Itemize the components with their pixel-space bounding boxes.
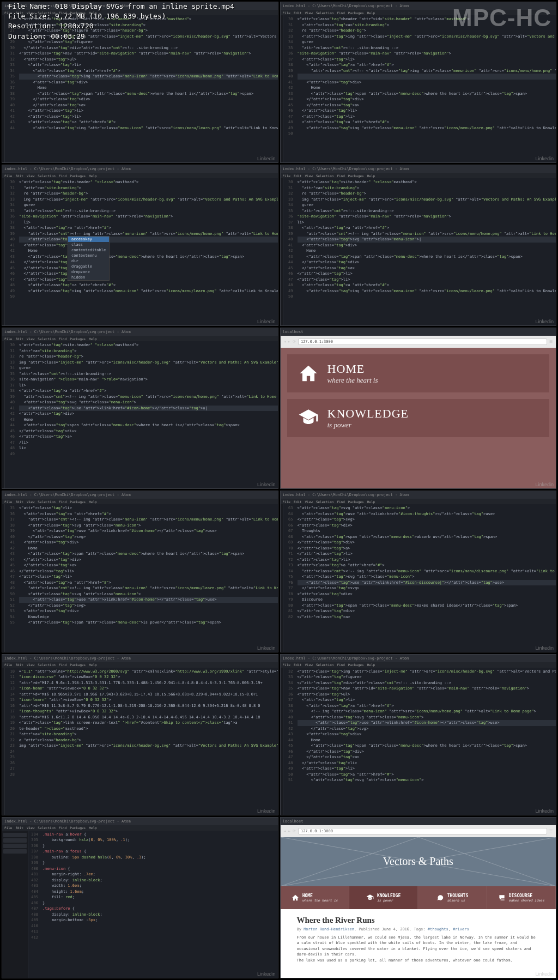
- code-editor[interactable]: 6364656667686970717273747576777879808182…: [283, 504, 556, 651]
- linkedin-watermark: Linkedin: [535, 645, 554, 651]
- code-editor[interactable]: 3233343536373839404142434445464748495051…: [283, 668, 556, 815]
- back-icon: ◄: [284, 829, 286, 833]
- menu-icon: ☰: [549, 829, 553, 833]
- thumb-12-browser: localhost◄►⟳127.0.0.1:3000☰ Vectors & Pa…: [280, 817, 557, 978]
- thumb-9: index.html - C:\Users\MonChi\Dropbox\svg…: [2, 654, 278, 815]
- autocomplete-popup[interactable]: accesskeyclasscontenteditablecontextmenu…: [68, 236, 110, 281]
- browser-titlebar: localhost: [281, 818, 556, 825]
- menubar[interactable]: FileEditViewSelectionFindPackagesHelp: [2, 336, 278, 341]
- reload-icon: ⟳: [293, 340, 296, 344]
- browser-toolbar[interactable]: ◄►⟳127.0.0.1:3000☰: [281, 825, 556, 837]
- code-editor[interactable]: 3943953963973983994004014024034044054064…: [28, 831, 278, 978]
- nav-item-thoughts[interactable]: THOUGHTSabsorb us: [418, 886, 487, 909]
- menubar[interactable]: FileEditViewSelectionFindPackagesHelp: [281, 499, 556, 504]
- tag-link[interactable]: #thoughts: [428, 927, 448, 931]
- linkedin-watermark: Linkedin: [535, 319, 554, 324]
- menubar[interactable]: FileEditViewSelectionFindPackagesHelp: [2, 499, 278, 504]
- linkedin-watermark: Linkedin: [257, 156, 276, 161]
- linkedin-watermark: Linkedin: [535, 482, 554, 487]
- article: Where the River Runs By Morten Rand-Hend…: [281, 909, 556, 970]
- forward-icon: ►: [288, 340, 290, 344]
- linkedin-watermark: Linkedin: [257, 808, 276, 814]
- thumb-7: index.html - C:\Users\MonChi\Dropbox\svg…: [2, 491, 278, 652]
- window-titlebar: index.html - C:\Users\MonChi\Dropbox\svg…: [2, 818, 278, 825]
- nav-item-home[interactable]: HOMEwhere the heart is: [281, 886, 349, 909]
- address-bar[interactable]: 127.0.0.1:3000: [298, 338, 547, 345]
- menubar[interactable]: FileEditViewSelectionFindPackagesHelp: [2, 173, 278, 178]
- mpc-watermark: MPC-HC: [452, 4, 551, 32]
- window-titlebar: index.html - C:\Users\MonChi\Dropbox\svg…: [2, 165, 278, 173]
- tag-link[interactable]: #rivers: [453, 927, 469, 931]
- nav-home-card[interactable]: HOMEwhere the heart is: [287, 354, 550, 392]
- linkedin-watermark: Linkedin: [535, 156, 554, 161]
- nav-item-discourse[interactable]: DISCOURSEmakes shared ideas: [487, 886, 556, 909]
- linkedin-watermark: Linkedin: [535, 971, 554, 977]
- file-info-overlay: File Name: 018 Display SVGs from an inli…: [8, 2, 234, 41]
- thumb-3: index.html - C:\Users\MonChi\Dropbox\svg…: [2, 165, 278, 326]
- linkedin-watermark: Linkedin: [257, 971, 276, 977]
- menubar[interactable]: FileEditViewSelectionFindPackagesHelp: [2, 825, 278, 831]
- linkedin-watermark: Linkedin: [257, 319, 276, 324]
- back-icon: ◄: [284, 340, 286, 344]
- svg-line-2: [281, 837, 418, 886]
- thumb-11: index.html - C:\Users\MonChi\Dropbox\svg…: [2, 817, 278, 978]
- menu-icon: ☰: [549, 340, 553, 344]
- site-nav: HOMEwhere the heart isKNOWLEDGEis powerT…: [281, 886, 556, 909]
- nav-item-knowledge[interactable]: KNOWLEDGEis power: [349, 886, 418, 909]
- graduation-icon: [298, 408, 319, 428]
- window-titlebar: index.html - C:\Users\MonChi\Dropbox\svg…: [281, 491, 556, 499]
- linkedin-watermark: Linkedin: [535, 808, 554, 814]
- address-bar[interactable]: 127.0.0.1:3000: [298, 828, 547, 834]
- linkedin-watermark: Linkedin: [257, 645, 276, 651]
- browser-titlebar: localhost: [281, 328, 556, 336]
- site-header: Vectors & Paths: [281, 837, 556, 886]
- window-titlebar: index.html - C:\Users\MonChi\Dropbox\svg…: [281, 655, 556, 662]
- menubar[interactable]: FileEditViewSelectionFindPackagesHelp: [281, 173, 556, 178]
- window-titlebar: index.html - C:\Users\MonChi\Dropbox\svg…: [281, 165, 556, 173]
- window-titlebar: index.html - C:\Users\MonChi\Dropbox\svg…: [2, 328, 278, 336]
- window-titlebar: index.html - C:\Users\MonChi\Dropbox\svg…: [2, 491, 278, 499]
- code-editor[interactable]: 10111213141516171819202122232425262728="…: [5, 668, 278, 815]
- window-titlebar: index.html - C:\Users\MonChi\Dropbox\svg…: [2, 655, 278, 662]
- svg-line-3: [418, 837, 556, 886]
- browser-toolbar[interactable]: ◄►⟳127.0.0.1:3000☰: [281, 336, 556, 348]
- code-editor[interactable]: 3031323334353637383940414243444546474849…: [283, 178, 556, 325]
- thumb-4: index.html - C:\Users\MonChi\Dropbox\svg…: [280, 165, 557, 326]
- file-tree[interactable]: [2, 831, 28, 978]
- linkedin-watermark: Linkedin: [257, 482, 276, 487]
- code-editor[interactable]: 3031323334353637383940414243444546474849…: [5, 341, 278, 488]
- menubar[interactable]: FileEditViewSelectionFindPackagesHelp: [2, 662, 278, 668]
- forward-icon: ►: [288, 829, 290, 833]
- thumb-5: index.html - C:\Users\MonChi\Dropbox\svg…: [2, 328, 278, 489]
- thumb-8: index.html - C:\Users\MonChi\Dropbox\svg…: [280, 491, 557, 652]
- code-editor[interactable]: 3536373839404142434445464748495051525354…: [5, 504, 278, 651]
- home-icon: [298, 363, 319, 384]
- menubar[interactable]: FileEditViewSelectionFindPackagesHelp: [281, 662, 556, 668]
- nav-knowledge-card[interactable]: KNOWLEDGEis power: [287, 399, 550, 437]
- author-link[interactable]: Morten Rand-Hendriksen: [304, 927, 354, 931]
- thumb-10: index.html - C:\Users\MonChi\Dropbox\svg…: [280, 654, 557, 815]
- code-editor[interactable]: 3031323334353637383940414243444546474849…: [5, 178, 278, 325]
- thumb-6-browser: localhost◄►⟳127.0.0.1:3000☰ HOMEwhere th…: [280, 328, 557, 489]
- reload-icon: ⟳: [293, 829, 296, 833]
- code-editor[interactable]: 3031323334353637383940414243444546474849…: [283, 15, 556, 162]
- article-title: Where the River Runs: [297, 916, 540, 925]
